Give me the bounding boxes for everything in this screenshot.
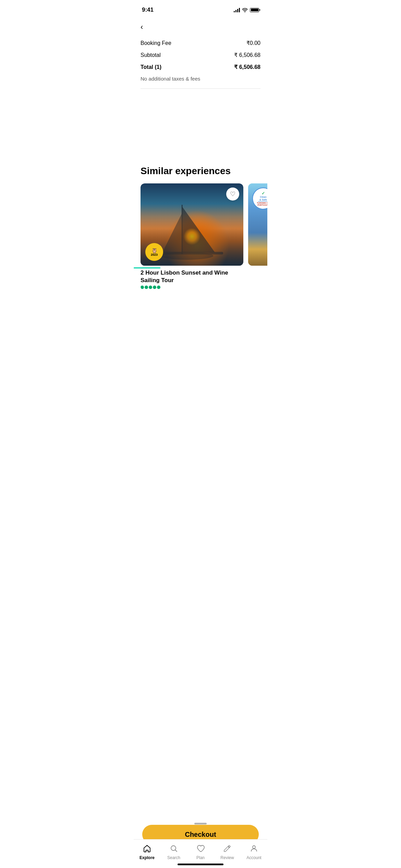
battery-icon: [250, 8, 259, 12]
clean-safe-divider: [258, 201, 267, 202]
experience-card-1[interactable]: ♡ 🦉 2023 2 Hour Lisbon Sunset and Wine S…: [141, 183, 243, 290]
card-title-1: 2 Hour Lisbon Sunset and Wine Sailing To…: [141, 269, 243, 284]
svg-rect-4: [161, 252, 223, 255]
status-bar: 9:41: [134, 0, 267, 17]
total-value: ₹ 6,506.68: [234, 64, 260, 70]
subtotal-label: Subtotal: [141, 52, 161, 58]
total-label: Total (1): [141, 64, 161, 70]
divider: [141, 88, 260, 89]
total-row: Total (1) ₹ 6,506.68: [141, 61, 260, 73]
booking-fee-row: Booking Fee ₹0.00: [141, 37, 260, 49]
subtotal-row: Subtotal ₹ 6,506.68: [141, 49, 260, 61]
booking-fee-label: Booking Fee: [141, 40, 171, 46]
experience-card-2[interactable]: ✓ Clean& Safe TURISMO DEPORTUGAL: [248, 183, 267, 266]
svg-point-3: [161, 252, 214, 260]
rating-dot: [153, 286, 156, 289]
active-tab-indicator: [134, 267, 160, 268]
rating-dot: [149, 286, 152, 289]
tripadvisor-owl-icon: 🦉: [151, 248, 157, 253]
status-time: 9:41: [142, 7, 154, 13]
wishlist-button-1[interactable]: ♡: [226, 188, 239, 201]
back-chevron-icon: ‹: [141, 23, 143, 31]
signal-icon: [234, 8, 240, 12]
booking-fee-value: ₹0.00: [246, 40, 260, 46]
card-image-1: ♡ 🦉 2023: [141, 183, 243, 266]
wifi-icon: [242, 8, 248, 12]
rating-dots-1: [141, 286, 160, 289]
taxes-note: No additional taxes & fees: [141, 73, 260, 87]
card-info-1: 2 Hour Lisbon Sunset and Wine Sailing To…: [141, 266, 243, 290]
status-icons: [234, 8, 259, 12]
tripadvisor-year: 2023: [151, 253, 158, 256]
rating-dot: [145, 286, 148, 289]
booking-summary: Booking Fee ₹0.00 Subtotal ₹ 6,506.68 To…: [134, 34, 267, 97]
card-rating-1: [141, 286, 243, 289]
portugal-text: TURISMO DEPORTUGAL: [257, 202, 267, 206]
clean-safe-text: Clean& Safe: [259, 196, 267, 201]
rating-dot: [157, 286, 160, 289]
experiences-cards-row: ♡ 🦉 2023 2 Hour Lisbon Sunset and Wine S…: [141, 183, 260, 290]
back-button[interactable]: ‹: [134, 17, 267, 34]
tripadvisor-badge: 🦉 2023: [145, 243, 163, 261]
heart-icon: ♡: [230, 190, 235, 198]
subtotal-value: ₹ 6,506.68: [234, 52, 260, 58]
checkmark-icon: ✓: [262, 191, 265, 196]
svg-marker-1: [162, 213, 182, 252]
svg-marker-0: [182, 206, 215, 252]
similar-experiences-title: Similar experiences: [141, 166, 260, 177]
rating-dot: [141, 286, 144, 289]
